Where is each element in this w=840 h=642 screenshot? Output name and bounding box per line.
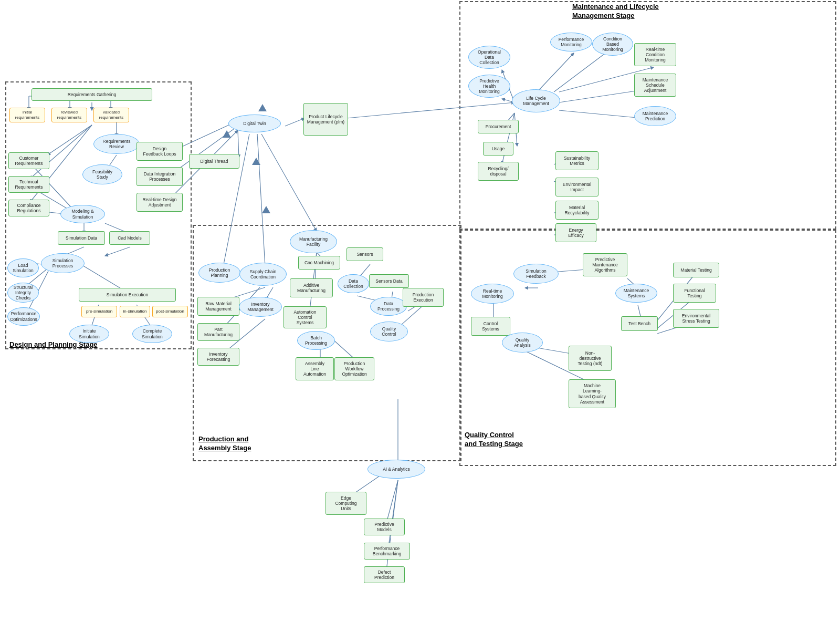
svg-line-7 [47,125,92,155]
svg-line-28 [261,134,317,231]
triangle-1 [258,104,267,111]
node-auto-control: AutomationControlSystems [284,306,327,328]
node-env-impact: EnvironmentalImpact [555,178,598,196]
node-cnc-machining: Cnc Machining [298,256,340,270]
node-digital-twin: Digital Twin [228,115,281,132]
node-ndt: Non-destructiveTesting (ndt) [569,346,612,371]
node-material-recycle: MaterialRecyclability [555,201,598,220]
svg-line-8 [30,125,92,179]
node-batch-processing: BatchProcessing [297,331,335,350]
node-lifecycle-mgmt: Life CycleManagement [512,89,560,112]
node-quality-analysis: QualityAnalysis [502,333,543,353]
node-pred-maint-alg: PredictiveMaintenanceAlgorithms [583,253,627,276]
node-req-review: RequirementsReview [93,134,140,154]
node-maint-prediction: MaintenancePrediction [634,106,676,126]
node-data-collection: DataCollection [338,274,369,293]
node-pred-models: PredictiveModels [364,519,405,535]
node-quality-control: QualityControl [370,322,408,341]
node-maint-schedule: MaintenanceScheduleAdjustment [634,74,676,97]
triangle-2 [223,130,231,138]
triangle-4 [262,206,270,213]
node-init-req: initialrequirements [9,108,45,122]
node-req-gathering: Requirements Gathering [32,88,152,101]
node-pred-health: PredictiveHealthMonitoring [468,75,510,98]
node-prod-execution: ProductionExecution [403,288,444,307]
node-realtime-cond: Real-timeConditionMonitoring [634,43,676,66]
node-compliance: ComplianceRegulations [8,200,49,216]
node-sim-processes: SimulationProcesses [41,253,85,273]
node-customer-req: CustomerRequirements [8,152,49,169]
svg-line-31 [346,102,514,118]
node-data-integration: Data IntegrationProcesses [136,167,183,186]
node-struct-integrity: StructuralIntegrityChecks [7,283,39,303]
svg-line-30 [257,134,265,266]
node-sim-execution: Simulation Execution [79,288,176,302]
node-supply-chain: Supply ChainCoordination [239,263,287,286]
node-control-systems: ControlSystems [471,317,510,336]
node-functional-testing: FunctionalTesting [673,284,716,303]
svg-line-73 [386,480,398,523]
node-pre-sim: pre-simulation [81,306,117,317]
diagram-container: Design and Planning Stage Production and… [0,0,840,642]
node-perf-opt: PerformanceOptimizations [7,307,40,326]
node-assembly-auto: AssemblyLineAutomation [296,357,334,380]
node-maint-systems: MaintenanceSystems [615,284,657,303]
triangle-3 [252,158,260,165]
node-feasibility: FeasibilityStudy [82,164,122,184]
svg-line-26 [285,118,304,126]
node-usage: Usage [483,142,513,156]
node-recycling: Recycling/disposal [478,162,519,181]
node-technical-req: TechnicalRequirements [8,176,49,193]
node-plm: Product Lifecycle Management (plm) [303,103,348,136]
node-raw-material: Raw MaterialManagement [197,297,239,316]
node-cad-models: Cad Models [109,231,150,245]
node-load-sim: LoadSimulation [7,258,39,277]
node-modeling-sim: Modeling &Simulation [60,205,105,223]
node-edge-computing: EdgeComputingUnits [326,492,366,515]
node-part-mfg: PartManufacturing [197,323,239,341]
node-sim-feedback: SimulationFeedback [513,264,559,284]
node-digital-thread: Digital Thread [189,154,239,169]
svg-line-16 [105,247,130,256]
node-validated-req: validatedrequirements [93,108,129,122]
node-perf-monitoring: PerformanceMonitoring [550,33,592,51]
node-cond-monitoring: ConditionBasedMonitoring [592,33,633,56]
node-material-testing: Material Testing [673,263,719,277]
node-prod-planning: ProductionPlanning [198,263,240,283]
node-energy-eff: EnergyEfficacy [555,223,596,242]
node-op-data: OperationalDataCollection [468,46,510,69]
node-sim-data: Simulation Data [58,231,105,245]
node-reviewed-req: reviewedrequirements [51,108,87,122]
node-ml-quality: MachineLearning-based QualityAssessment [569,379,616,408]
node-mfg-facility: ManufacturingFacility [290,230,337,253]
svg-line-46 [537,53,574,92]
node-realtime-design: Real-time DesignAdjustment [136,193,183,212]
node-sensors-data: Sensors Data [369,274,409,288]
node-inventory-mgmt: InventoryManagement [239,297,282,317]
node-post-sim: post-simulation [152,306,188,317]
node-data-processing: DataProcessing [370,297,407,316]
node-complete-sim: CompleteSimulation [132,325,172,343]
node-realtime-monitor: Real-timeMonitoring [471,284,514,304]
node-additive-mfg: AdditiveManufacturing [290,278,333,297]
node-initiate-sim: InitiateSimulation [69,325,109,343]
node-env-stress: EnvironmentalStress Testing [673,309,719,328]
node-defect-pred: DefectPrediction [364,566,405,583]
node-sensors: Sensors [346,247,383,261]
node-ai-analytics: Ai & Analytics [368,460,425,479]
node-sustainability: SustainabilityMetrics [555,151,598,170]
node-test-bench: Test Bench [621,316,658,331]
node-procurement: Procurement [478,120,519,133]
node-design-feedback: DesignFeedback Loops [136,142,183,161]
node-prod-workflow: ProductionWorkflowOptimization [334,357,374,380]
node-in-sim: in-simulation [120,306,150,317]
node-inventory-forecast: InventoryForecasting [197,348,239,366]
node-perf-bench: PerformanceBenchmarking [364,543,410,560]
